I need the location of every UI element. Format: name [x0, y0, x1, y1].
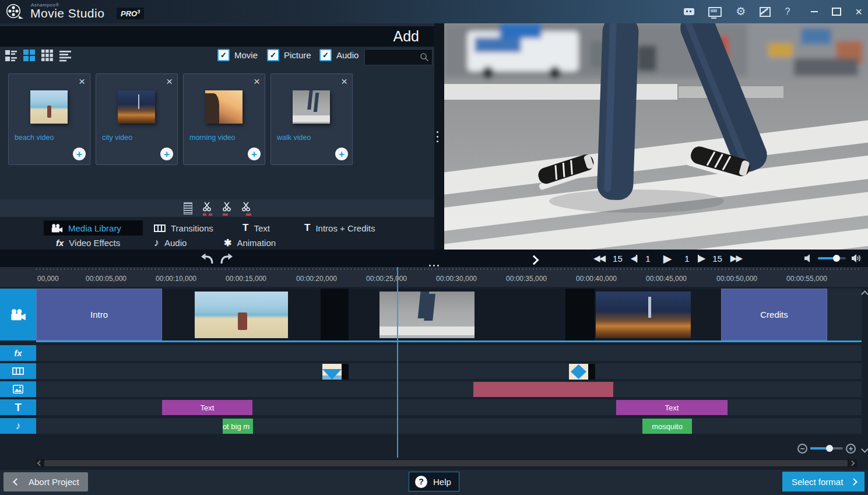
movie-checkbox[interactable]: ✓ [217, 49, 230, 61]
clip-label: Credits [760, 310, 788, 320]
transition-clip-diamond[interactable] [569, 364, 588, 380]
remove-media-icon[interactable]: × [79, 75, 85, 88]
skip-back-amount: 15 [613, 254, 623, 264]
tab-animation[interactable]: ✱ Animation [217, 235, 283, 250]
settings-gear-icon[interactable]: ⚙ [736, 7, 746, 16]
scroll-left-icon[interactable] [37, 461, 43, 466]
fast-forward-button[interactable]: ▶▶ [730, 253, 742, 264]
text-track-header[interactable]: T [0, 399, 36, 415]
large-grid-view-icon[interactable] [23, 49, 36, 62]
timeline-ruler[interactable]: 00,000 00:00:05,000 00:00:10,000 00:00:1… [0, 267, 868, 287]
redo-icon[interactable] [219, 252, 234, 267]
add-to-timeline-button[interactable]: + [160, 148, 173, 160]
transitions-track-header[interactable] [0, 363, 36, 379]
timeline-splitter-dots[interactable] [429, 265, 439, 266]
effects-track-header[interactable]: fx [0, 345, 36, 361]
video-track-header[interactable] [0, 289, 36, 340]
credits-clip[interactable]: Credits [721, 289, 827, 340]
help-icon[interactable]: ? [785, 7, 790, 16]
city-clip[interactable] [595, 289, 721, 340]
edit-document-icon[interactable] [760, 7, 771, 17]
play-button[interactable]: ▶ [663, 252, 672, 265]
add-to-timeline-button[interactable]: + [248, 148, 261, 160]
rewind-button[interactable]: ◀◀ [593, 253, 605, 264]
tab-video-effects[interactable]: fx Video Effects [49, 235, 127, 250]
audio-track-header[interactable]: ♪ [0, 418, 36, 434]
zoom-in-icon[interactable]: + [846, 444, 856, 454]
intro-clip[interactable]: Intro [36, 289, 162, 340]
step-back-button[interactable]: ◀ [631, 253, 638, 264]
beach-clip[interactable] [162, 289, 321, 340]
add-to-timeline-button[interactable]: + [73, 148, 86, 160]
maximize-button[interactable] [832, 8, 841, 16]
walk-clip[interactable] [349, 289, 565, 340]
step-forward-button[interactable]: ▶ [698, 253, 705, 264]
undo-icon[interactable] [200, 252, 215, 267]
audio-clip-1[interactable]: ot big m [223, 419, 253, 434]
film-roll-icon[interactable] [184, 202, 192, 215]
cut-scene-icon[interactable] [203, 202, 212, 216]
timeline-hscrollbar[interactable] [36, 459, 857, 467]
volume-slider[interactable] [818, 257, 846, 259]
hscrollbar-thumb[interactable] [44, 460, 848, 466]
small-grid-view-icon[interactable] [41, 49, 54, 62]
scroll-right-icon[interactable] [849, 461, 855, 466]
search-icon [420, 52, 429, 62]
media-card-beach[interactable]: × beach video + [8, 73, 90, 165]
filter-movie[interactable]: ✓ Movie [217, 49, 258, 61]
tab-label: Media Library [68, 223, 121, 233]
media-card-morning[interactable]: × morning video + [183, 73, 265, 165]
remove-media-icon[interactable]: × [254, 75, 260, 88]
help-button[interactable]: ? Help [409, 472, 459, 492]
add-to-timeline-button[interactable]: + [335, 148, 348, 160]
text-clip-1[interactable]: Text [162, 400, 252, 415]
tab-label: Intros + Credits [315, 223, 375, 233]
cut-right-icon[interactable] [242, 202, 251, 216]
remove-media-icon[interactable]: × [341, 75, 347, 88]
zoom-slider[interactable] [810, 447, 843, 450]
tab-text[interactable]: T Text [236, 220, 277, 236]
audio-clip-2[interactable]: mosquito [642, 419, 692, 434]
filter-picture[interactable]: ✓ Picture [267, 49, 311, 61]
scroll-up-icon[interactable] [861, 290, 868, 298]
image-track-header[interactable] [0, 381, 36, 397]
tab-transitions[interactable]: Transitions [147, 220, 220, 236]
media-card-walk[interactable]: × walk video + [270, 73, 353, 165]
music-note-icon: ♪ [154, 237, 159, 249]
picture-checkbox[interactable]: ✓ [267, 49, 279, 61]
tab-media-library[interactable]: Media Library [44, 220, 143, 236]
detail-list-view-icon[interactable] [5, 49, 17, 62]
volume-loud-icon[interactable] [852, 254, 862, 262]
cut-left-icon[interactable] [223, 202, 232, 216]
search-box [364, 49, 433, 65]
audio-checkbox[interactable]: ✓ [319, 49, 332, 61]
zoom-out-icon[interactable]: − [797, 444, 807, 454]
goto-next-icon[interactable] [529, 255, 539, 265]
playback-controls: ◀◀ 15 ◀ 1 ▶ 1 ▶ 15 ▶▶ [593, 250, 742, 267]
tab-audio[interactable]: ♪ Audio [147, 235, 194, 250]
select-format-button[interactable]: Select format [782, 472, 865, 492]
transition-clip-tail [588, 364, 595, 380]
ruler-label: 00:00:10,000 [156, 275, 196, 283]
remove-media-icon[interactable]: × [166, 75, 173, 88]
overlay-clip[interactable] [473, 382, 613, 397]
volume-mute-icon[interactable] [804, 254, 812, 262]
text-clip-2[interactable]: Text [616, 400, 728, 415]
panel-splitter[interactable] [434, 23, 444, 250]
screen-icon[interactable] [708, 7, 722, 17]
search-input[interactable] [365, 53, 420, 62]
volume-slider-knob[interactable] [833, 255, 840, 262]
abort-project-button[interactable]: Abort Project [3, 472, 88, 492]
zoom-slider-knob[interactable] [826, 445, 833, 452]
tab-intros-credits[interactable]: T Intros + Credits [297, 220, 382, 236]
feedback-icon[interactable] [684, 8, 694, 15]
transition-clip-wipe[interactable] [322, 364, 342, 380]
close-button[interactable]: × [855, 6, 862, 17]
playhead[interactable] [397, 267, 398, 458]
media-card-city[interactable]: × city video + [96, 73, 178, 165]
filter-audio[interactable]: ✓ Audio [319, 49, 359, 61]
list-view-icon[interactable] [59, 49, 72, 62]
image-track [36, 381, 862, 397]
minimize-button[interactable] [811, 11, 818, 12]
scroll-down-icon[interactable] [861, 445, 868, 453]
